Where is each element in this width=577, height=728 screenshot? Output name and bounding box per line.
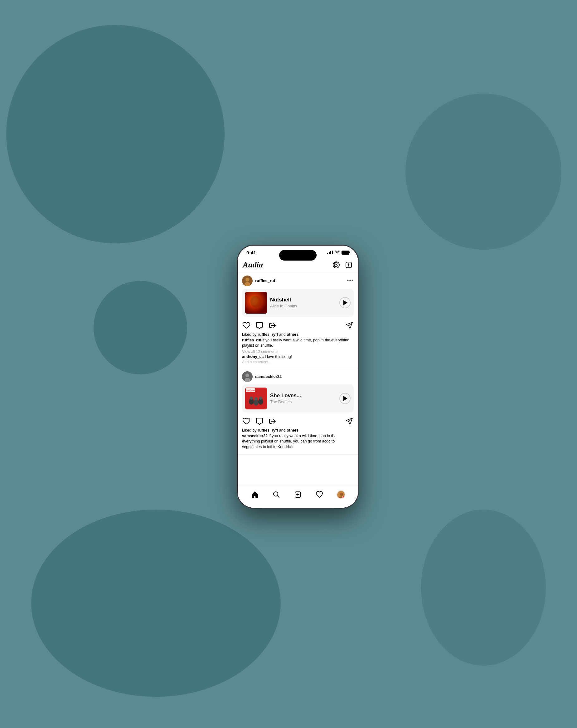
signal-icon <box>327 251 333 254</box>
background-blob-2 <box>406 94 561 250</box>
post-2-meta: Liked by ruffles_ryff and others samseck… <box>238 427 358 452</box>
background-blob-1 <box>6 25 225 243</box>
svg-text:THE BEATLES: THE BEATLES <box>245 390 257 392</box>
add-post-icon[interactable] <box>344 261 353 269</box>
nav-profile[interactable] <box>335 489 347 500</box>
nav-heart[interactable] <box>314 489 325 500</box>
post-2-avatar <box>242 371 253 382</box>
post-1-liked-others: others <box>286 332 299 337</box>
post-2-share-button[interactable] <box>268 417 277 426</box>
wifi-icon <box>335 251 340 254</box>
post-1-play-button[interactable] <box>339 297 351 308</box>
post-1-comment-button[interactable] <box>255 321 264 330</box>
background-blob-4 <box>421 510 546 666</box>
post-1-album-art <box>245 292 267 314</box>
post-2-caption-user: samseckler22 <box>242 434 268 438</box>
bottom-nav <box>238 486 358 508</box>
post-1-add-comment[interactable]: Add a comment... <box>242 360 354 364</box>
post-2-album-art: THE BEATLES <box>245 388 267 409</box>
post-1-album-art-aic <box>245 292 267 314</box>
phone-screen: 9:41 <box>238 245 358 508</box>
post-1-song-artist: Alice In Chains <box>270 304 336 308</box>
svg-point-20 <box>250 397 253 400</box>
post-2-like-button[interactable] <box>242 417 251 426</box>
post-1-music-card: Nutshell Alice In Chains <box>242 289 354 317</box>
post-2-actions <box>238 416 358 427</box>
battery-icon <box>341 251 349 255</box>
svg-point-9 <box>250 295 257 306</box>
post-1-music-info: Nutshell Alice In Chains <box>270 297 336 308</box>
post-1-more[interactable]: ••• <box>347 278 354 284</box>
svg-point-22 <box>259 397 262 400</box>
post-1-avatar-img <box>242 276 253 286</box>
post-2-music-card: THE BEATLES <box>242 385 354 413</box>
post-1-send-button[interactable] <box>345 321 354 330</box>
post-2-liked-by: ruffles_ryff <box>257 428 278 433</box>
post-2-play-button[interactable] <box>339 393 351 404</box>
post-1-view-comments[interactable]: View all 12 comments <box>242 349 354 354</box>
dynamic-island <box>279 250 317 261</box>
post-1: ruffles_ruf ••• <box>238 272 358 368</box>
post-2: samseckler22 <box>238 368 358 455</box>
post-2-avatar-img <box>242 371 253 382</box>
nav-add[interactable] <box>292 489 303 500</box>
post-2-caption: samseckler22 if you really want a wild t… <box>242 434 354 450</box>
status-icons <box>327 251 349 255</box>
post-2-user: samseckler22 <box>242 371 282 382</box>
post-1-avatar <box>242 276 253 286</box>
post-2-comment-button[interactable] <box>255 417 264 426</box>
phone-device: 9:41 <box>237 245 359 508</box>
post-1-song-title: Nutshell <box>270 297 336 303</box>
post-1-header: ruffles_ruf ••• <box>238 272 358 289</box>
post-1-user: ruffles_ruf <box>242 276 275 286</box>
post-1-comment: anthony_cc I love this song! <box>242 355 354 359</box>
post-1-caption: ruffles_ruf if you really want a wild ti… <box>242 338 354 348</box>
post-1-play-icon <box>344 300 348 305</box>
svg-point-0 <box>333 262 339 268</box>
post-1-liked-text: Liked by ruffles_ryff and others <box>242 332 354 337</box>
post-2-header: samseckler22 <box>238 368 358 385</box>
post-1-comment-user: anthony_cc <box>242 355 264 359</box>
feed: ruffles_ruf ••• <box>238 272 358 486</box>
nav-home[interactable] <box>249 489 260 500</box>
messenger-icon[interactable] <box>332 261 340 269</box>
post-1-liked-by: ruffles_ryff <box>257 332 278 337</box>
phone-wrapper: 9:41 <box>237 245 359 508</box>
svg-point-5 <box>245 278 249 282</box>
post-1-actions-left <box>242 321 277 330</box>
post-2-send-button[interactable] <box>345 417 354 426</box>
post-1-username: ruffles_ruf <box>255 278 275 283</box>
app-header-icons <box>332 261 353 269</box>
svg-line-25 <box>277 496 279 497</box>
post-2-liked-text: Liked by ruffles_ryff and others <box>242 428 354 433</box>
background-blob-5 <box>93 281 187 374</box>
nav-search[interactable] <box>271 489 282 500</box>
post-2-play-icon <box>344 396 348 401</box>
svg-point-12 <box>245 373 249 377</box>
post-1-caption-user: ruffles_ruf <box>242 338 262 342</box>
post-1-meta: Liked by ruffles_ryff and others ruffles… <box>238 332 358 365</box>
post-1-comment-text: I love this song! <box>265 355 292 359</box>
status-time: 9:41 <box>246 250 256 255</box>
post-2-liked-others: others <box>286 428 299 433</box>
post-1-actions <box>238 320 358 332</box>
app-logo: Audia <box>243 260 263 269</box>
svg-point-21 <box>254 397 257 400</box>
app-content: Audia <box>238 258 358 508</box>
post-2-song-artist: The Beatles <box>270 399 336 404</box>
svg-point-30 <box>340 493 343 496</box>
post-2-username: samseckler22 <box>255 374 282 379</box>
post-2-actions-left <box>242 417 277 426</box>
post-2-music-info: She Loves... The Beatles <box>270 393 336 404</box>
background-blob-3 <box>31 510 281 697</box>
post-1-share-button[interactable] <box>268 321 277 330</box>
post-2-song-title: She Loves... <box>270 393 336 399</box>
post-1-like-button[interactable] <box>242 321 251 330</box>
